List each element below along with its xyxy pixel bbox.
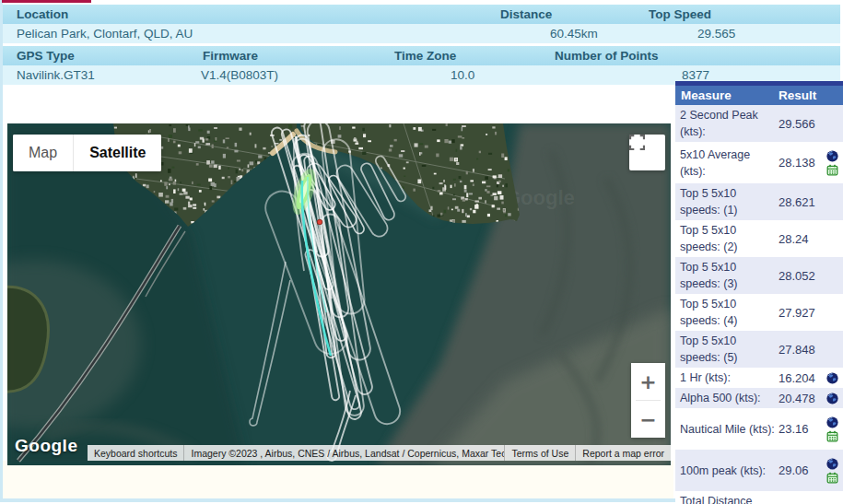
map-type-control: Map Satellite — [13, 135, 161, 171]
results-panel: Measure Result 2 Second Peak (kts): 29.5… — [675, 81, 843, 504]
map[interactable]: Google Map — [7, 123, 671, 465]
measure-value: 27.927 — [779, 306, 823, 320]
gps-session-page: Location Distance Top Speed Pelican Park… — [0, 0, 843, 504]
measure-label: Nautical Mile (kts): — [675, 419, 779, 440]
measure-row: Top 5 5x10 speeds: (4) 27.927 — [675, 294, 843, 331]
track-marker-red — [317, 219, 322, 225]
num-points-header: Number of Points — [555, 46, 659, 65]
zoom-control: + − — [631, 363, 665, 438]
results-rows: 2 Second Peak (kts): 29.566 5x10 Average… — [675, 105, 843, 504]
measure-row: Total Distance (km): 60.449 — [675, 491, 843, 504]
measure-icons — [823, 150, 841, 176]
measure-row: Top 5 5x10 speeds: (2) 28.24 — [675, 220, 843, 257]
google-logo[interactable]: Google — [15, 436, 77, 456]
measure-row: 100m peak (kts): 29.06 — [675, 450, 843, 491]
measure-label: Alpha 500 (kts): — [675, 388, 779, 408]
zoom-in-button[interactable]: + — [631, 363, 665, 400]
summary-header-row: Location Distance Top Speed — [3, 5, 840, 24]
imagery-attribution: Imagery ©2023 , Airbus, CNES / Airbus, L… — [183, 445, 504, 461]
measure-icons — [823, 393, 841, 404]
measure-label: Top 5 5x10 speeds: (5) — [675, 331, 779, 368]
measure-value: 20.478 — [779, 392, 823, 405]
measure-value: 16.204 — [779, 371, 823, 385]
measure-value: 29.566 — [779, 117, 823, 131]
globe-icon[interactable] — [826, 150, 838, 162]
measure-label: Top 5 5x10 speeds: (4) — [675, 294, 779, 331]
measure-label: 100m peak (kts): — [675, 461, 779, 481]
time-zone-value: 10.0 — [451, 65, 474, 85]
globe-icon[interactable] — [826, 393, 838, 404]
measure-icons — [823, 372, 841, 384]
measure-value: 28.138 — [779, 156, 823, 170]
measure-row: Top 5 5x10 speeds: (3) 28.052 — [675, 257, 843, 294]
firmware-value: V1.4(B0803T) — [201, 65, 278, 85]
map-type-button[interactable]: Map — [13, 135, 73, 171]
calendar-icon[interactable] — [826, 164, 838, 176]
measure-label: 2 Second Peak (kts): — [675, 105, 779, 142]
keyboard-shortcuts-link[interactable]: Keyboard shortcuts — [88, 445, 183, 461]
globe-icon[interactable] — [826, 416, 838, 428]
measure-row: Top 5 5x10 speeds: (1) 28.621 — [675, 183, 843, 220]
measure-value: 29.06 — [779, 463, 823, 477]
measure-row: Nautical Mile (kts): 23.16 — [675, 408, 843, 450]
satellite-map-canvas[interactable]: Google — [7, 123, 671, 465]
top-speed-value: 29.565 — [697, 24, 735, 43]
measure-column-header: Measure — [681, 86, 732, 105]
measure-label: 5x10 Average (kts): — [675, 145, 779, 182]
distance-value: 60.45km — [550, 24, 598, 43]
measure-label: Top 5 5x10 speeds: (1) — [675, 183, 779, 220]
gps-type-value: Navilink.GT31 — [17, 65, 95, 85]
measure-row: 5x10 Average (kts): 28.138 — [675, 142, 843, 183]
map-attribution-bar: Keyboard shortcuts Imagery ©2023 , Airbu… — [88, 445, 671, 461]
page-frame-bottom — [0, 498, 675, 502]
distance-header: Distance — [500, 5, 552, 24]
measure-row: 2 Second Peak (kts): 29.566 — [675, 105, 843, 142]
measure-value: 28.621 — [779, 195, 823, 209]
time-zone-header: Time Zone — [394, 46, 456, 65]
measure-label: Top 5 5x10 speeds: (2) — [675, 220, 779, 257]
firmware-header: Firmware — [203, 46, 258, 65]
fullscreen-button[interactable] — [629, 135, 665, 170]
globe-icon[interactable] — [826, 372, 838, 384]
location-header: Location — [17, 5, 68, 24]
terms-of-use-link[interactable]: Terms of Use — [504, 445, 575, 461]
gps-header-row: GPS Type Firmware Time Zone Number of Po… — [3, 46, 840, 65]
calendar-icon[interactable] — [826, 430, 838, 442]
measure-label: Total Distance (km): — [675, 491, 779, 504]
measure-value: 28.052 — [779, 269, 823, 283]
measure-label: 1 Hr (kts): — [675, 368, 779, 388]
measure-row: Alpha 500 (kts): 20.478 — [675, 388, 843, 408]
measure-value: 27.848 — [779, 343, 823, 357]
calendar-icon[interactable] — [826, 472, 838, 484]
measure-row: Top 5 5x10 speeds: (5) 27.848 — [675, 331, 843, 368]
results-header-row: Measure Result — [675, 86, 843, 105]
top-red-bar — [2, 0, 91, 3]
measure-icons — [823, 458, 841, 484]
measure-row: 1 Hr (kts): 16.204 — [675, 368, 843, 388]
report-map-error-link[interactable]: Report a map error — [575, 445, 671, 461]
measure-value: 23.16 — [779, 422, 823, 436]
top-speed-header: Top Speed — [649, 5, 711, 24]
below-map-spacer — [3, 461, 673, 498]
zoom-out-button[interactable]: − — [631, 401, 665, 438]
measure-icons — [823, 416, 841, 442]
summary-value-row: Pelican Park, Clontarf, QLD, AU 60.45km … — [3, 24, 840, 43]
fullscreen-icon — [629, 135, 645, 150]
satellite-type-button[interactable]: Satellite — [73, 135, 161, 171]
measure-value: 28.24 — [779, 232, 823, 246]
location-value: Pelican Park, Clontarf, QLD, AU — [17, 24, 193, 43]
gps-type-header: GPS Type — [17, 46, 75, 65]
result-column-header: Result — [779, 86, 816, 105]
measure-label: Top 5 5x10 speeds: (3) — [675, 257, 779, 294]
globe-icon[interactable] — [826, 458, 838, 470]
